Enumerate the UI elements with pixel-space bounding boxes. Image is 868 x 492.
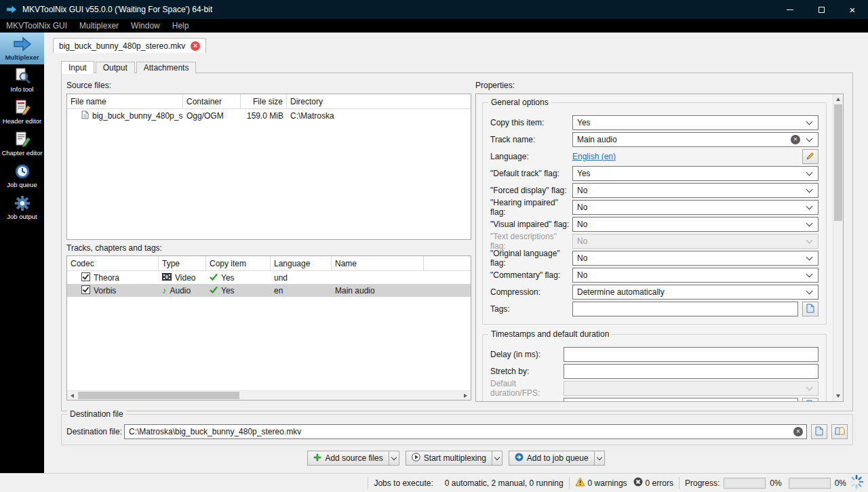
menu-help[interactable]: Help (166, 19, 195, 33)
maximize-icon (818, 7, 825, 13)
column-header-copy-item[interactable]: Copy item (206, 256, 271, 270)
menu-window[interactable]: Window (125, 19, 166, 33)
pencil-icon (806, 151, 815, 163)
destination-file-input[interactable] (124, 424, 807, 439)
close-button[interactable]: × (837, 0, 868, 19)
titlebar: MKVToolNix GUI v55.0.0 ('Waiting For Spa… (0, 0, 868, 19)
timestamp-file-input[interactable] (564, 398, 798, 401)
copy-this-item-dropdown[interactable]: Yes (572, 115, 818, 130)
destination-browse-button[interactable] (811, 424, 827, 439)
column-header-file-name[interactable]: File name (67, 94, 183, 108)
checkbox-checked-icon[interactable] (81, 285, 90, 296)
add-source-files-button[interactable]: Add source files (307, 451, 399, 466)
statusbar-separator (679, 477, 679, 489)
track-language: und (274, 273, 288, 283)
track-row-video[interactable]: Theora Video Yes und (67, 271, 471, 284)
progress-total-value: 0% (835, 478, 846, 488)
delay-input[interactable] (564, 347, 818, 362)
track-name-combo[interactable]: Main audio × (572, 132, 818, 147)
menu-multiplexer[interactable]: Multiplexer (73, 19, 125, 33)
stretch-by-input[interactable] (564, 364, 818, 379)
column-header-file-size[interactable]: File size (241, 94, 287, 108)
column-header-container[interactable]: Container (183, 94, 241, 108)
chevron-down-icon (391, 454, 397, 459)
error-icon (633, 477, 643, 489)
play-icon (412, 453, 420, 464)
errors-count: 0 errors (646, 478, 673, 488)
start-multiplexing-menu-arrow[interactable] (492, 451, 502, 465)
scroll-right-arrow[interactable] (460, 391, 471, 400)
add-to-job-queue-button[interactable]: Add to job queue (509, 451, 605, 466)
scroll-thumb[interactable] (834, 104, 842, 221)
language-link[interactable]: English (en) (572, 152, 616, 161)
source-files-label: Source files: (66, 81, 111, 90)
tab-close-icon[interactable]: × (191, 41, 200, 51)
minimize-button[interactable] (774, 0, 806, 19)
chevron-down-icon (806, 237, 813, 244)
sidebar-item-job-output[interactable]: Job output (0, 192, 44, 224)
column-header-codec[interactable]: Codec (67, 256, 159, 270)
scroll-left-arrow[interactable] (67, 391, 77, 400)
sidebar-item-chapter-editor[interactable]: Chapter editor (0, 128, 44, 160)
scroll-up-arrow[interactable] (833, 94, 843, 104)
check-icon (210, 273, 218, 283)
clear-icon[interactable]: × (793, 427, 803, 436)
column-header-directory[interactable]: Directory (287, 94, 471, 108)
menu-mkvtoolnix-gui[interactable]: MKVToolNix GUI (0, 19, 73, 33)
visual-impaired-flag-dropdown[interactable]: No (572, 217, 818, 232)
job-queue-icon (14, 163, 31, 180)
properties-panel: General options Copy this item: Yes Trac… (475, 94, 844, 402)
chevron-down-icon (806, 288, 813, 295)
scroll-down-arrow[interactable] (833, 391, 843, 401)
delay-label: Delay (in ms): (490, 350, 564, 359)
compression-dropdown[interactable]: Determine automatically (572, 285, 818, 300)
scroll-track[interactable] (77, 391, 460, 400)
warnings-count: 0 warnings (588, 478, 627, 488)
source-file-name: big_buck_bunny_480p_ster… (92, 111, 183, 121)
forced-display-flag-dropdown[interactable]: No (572, 183, 818, 198)
tab-input[interactable]: Input (61, 61, 94, 74)
file-browse-icon (806, 304, 814, 315)
tab-attachments[interactable]: Attachments (136, 62, 197, 73)
tracks-table[interactable]: Codec Type Copy item Language Name Theor… (66, 255, 471, 401)
sidebar-item-job-queue[interactable]: Job queue (0, 160, 44, 192)
properties-content: General options Copy this item: Yes Trac… (476, 94, 833, 401)
checkbox-checked-icon[interactable] (81, 272, 90, 283)
track-row-audio[interactable]: Vorbis ♪ Audio Yes en Main audio (67, 284, 471, 297)
track-codec: Theora (94, 273, 119, 283)
sidebar-item-multiplexer[interactable]: Multiplexer (0, 33, 44, 64)
scroll-track[interactable] (833, 104, 843, 391)
sidebar-item-info-tool[interactable]: Info tool (0, 64, 44, 96)
commentary-flag-dropdown[interactable]: No (572, 268, 818, 283)
column-header-language[interactable]: Language (271, 256, 332, 270)
maximize-button[interactable] (806, 0, 837, 19)
file-tab[interactable]: big_buck_bunny_480p_stereo.mkv × (53, 38, 206, 53)
file-browse-icon (815, 426, 823, 438)
tags-browse-button[interactable] (802, 302, 818, 316)
source-files-table[interactable]: File name Container File size Directory … (66, 94, 471, 240)
language-edit-button[interactable] (802, 149, 818, 164)
add-source-files-menu-arrow[interactable] (389, 451, 399, 465)
start-multiplexing-button[interactable]: Start multiplexing (406, 451, 502, 466)
hearing-impaired-flag-dropdown[interactable]: No (572, 200, 818, 215)
horizontal-scrollbar[interactable] (67, 390, 471, 400)
chevron-down-icon (806, 136, 813, 142)
column-header-name[interactable]: Name (332, 256, 424, 270)
close-icon: × (850, 4, 856, 16)
track-type: Video (175, 273, 195, 283)
scroll-thumb[interactable] (78, 392, 239, 399)
file-browse-icon (806, 400, 814, 402)
progress-label: Progress: (685, 478, 719, 488)
clear-icon[interactable]: × (791, 135, 800, 144)
column-header-type[interactable]: Type (159, 256, 206, 270)
sidebar-item-header-editor[interactable]: Header editor (0, 96, 44, 128)
tab-output[interactable]: Output (96, 62, 135, 73)
default-track-flag-dropdown[interactable]: Yes (572, 166, 818, 181)
timestamp-file-browse-button[interactable] (802, 398, 818, 401)
source-file-row[interactable]: big_buck_bunny_480p_ster… Ogg/OGM 159.0 … (67, 109, 471, 122)
destination-split-button[interactable] (831, 424, 848, 439)
vertical-scrollbar[interactable] (833, 94, 843, 401)
tags-input[interactable] (572, 302, 798, 316)
original-language-flag-dropdown[interactable]: No (572, 251, 818, 266)
add-to-job-queue-menu-arrow[interactable] (594, 451, 604, 465)
